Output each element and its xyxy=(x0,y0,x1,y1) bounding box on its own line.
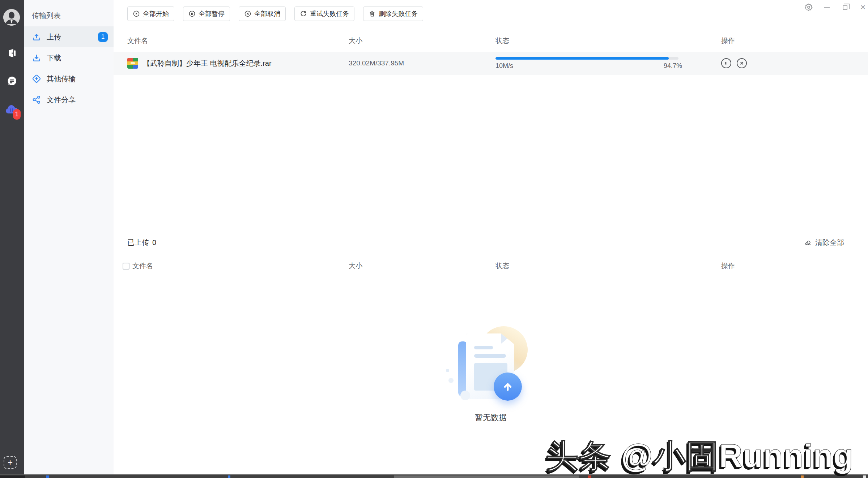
column-header-actions: 操作 xyxy=(721,36,868,46)
play-circle-icon xyxy=(133,10,140,17)
sidebar-item-upload[interactable]: 上传 1 xyxy=(24,26,114,47)
select-all-checkbox[interactable] xyxy=(123,263,129,270)
user-avatar[interactable] xyxy=(3,9,20,26)
upload-table-header: 文件名 大小 状态 操作 xyxy=(114,36,868,46)
pause-task-button[interactable] xyxy=(721,58,731,68)
close-x-icon xyxy=(740,61,744,65)
download-icon xyxy=(32,53,41,63)
row-actions xyxy=(721,58,868,68)
pause-circle-icon xyxy=(188,10,196,17)
other-transfer-icon xyxy=(32,74,41,83)
watermark-text: 头条 @小固Running xyxy=(546,434,854,478)
window-controls: × xyxy=(804,3,867,12)
sidebar-item-label: 文件分享 xyxy=(47,95,76,105)
progress-bar-fill xyxy=(495,57,669,60)
sidebar-item-label: 上传 xyxy=(47,32,61,42)
upload-table-row[interactable]: 【武聆自制】少年王 电视配乐全纪录.rar 320.02M/337.95M 10… xyxy=(114,52,868,75)
chat-icon[interactable] xyxy=(5,74,19,88)
file-name: 【武聆自制】少年王 电视配乐全纪录.rar xyxy=(143,59,272,68)
file-name-cell: 【武聆自制】少年王 电视配乐全纪录.rar xyxy=(127,58,349,69)
upload-arrow-icon xyxy=(494,373,522,401)
empty-state: 暂无数据 xyxy=(114,326,868,423)
file-size: 320.02M/337.95M xyxy=(349,59,495,67)
rar-file-icon xyxy=(127,58,138,69)
app-rail: 1 + xyxy=(0,0,24,474)
delete-failed-button[interactable]: 删除失败任务 xyxy=(363,7,423,21)
column-header-status: 状态 xyxy=(495,261,721,271)
progress-bar xyxy=(495,57,678,60)
door-icon[interactable] xyxy=(5,46,19,60)
file-status-cell: 10M/s 94.7% xyxy=(495,57,678,70)
retry-icon xyxy=(300,10,307,17)
cancel-circle-icon xyxy=(244,10,251,17)
sidebar-item-other-transfer[interactable]: 其他传输 xyxy=(24,68,114,89)
sidebar-item-label: 下载 xyxy=(47,53,61,63)
column-header-actions: 操作 xyxy=(721,261,868,271)
clear-all-button[interactable]: 清除全部 xyxy=(804,238,844,247)
column-header-size: 大小 xyxy=(349,36,495,46)
sidebar-item-download[interactable]: 下载 xyxy=(24,47,114,68)
column-header-filename: 文件名 xyxy=(132,261,153,271)
settings-gear-icon[interactable] xyxy=(804,3,813,12)
transfer-sidebar: 传输列表 上传 1 下载 其他传输 文件分 xyxy=(24,0,114,474)
upload-count-badge: 1 xyxy=(98,32,108,42)
column-header-status: 状态 xyxy=(495,36,721,46)
file-share-icon xyxy=(32,95,41,104)
upload-icon xyxy=(32,32,41,42)
minimize-button[interactable] xyxy=(822,3,831,12)
transfer-toolbar: 全部开始 全部暂停 全部取消 重试失败任务 xyxy=(127,7,423,21)
trash-icon xyxy=(369,10,376,17)
uploaded-table-header: 文件名 大小 状态 操作 xyxy=(114,261,868,271)
uploaded-section-bar: 已上传 0 清除全部 xyxy=(114,238,868,247)
cancel-all-button[interactable]: 全部取消 xyxy=(239,7,286,21)
upload-speed: 10M/s xyxy=(495,62,513,70)
sidebar-item-file-share[interactable]: 文件分享 xyxy=(24,89,114,110)
cloud-app-icon[interactable]: 1 xyxy=(5,104,22,121)
person-icon xyxy=(3,9,20,26)
cloud-notification-badge: 1 xyxy=(13,109,21,120)
close-button[interactable]: × xyxy=(859,3,867,12)
add-app-button[interactable]: + xyxy=(4,456,17,469)
uploaded-count: 0 xyxy=(152,238,156,247)
eraser-icon xyxy=(804,239,812,247)
empty-illustration xyxy=(451,326,531,403)
uploaded-label: 已上传 xyxy=(127,238,149,247)
sidebar-title: 传输列表 xyxy=(24,0,114,26)
column-header-size: 大小 xyxy=(349,261,495,271)
upload-percent: 94.7% xyxy=(664,62,682,70)
cancel-task-button[interactable] xyxy=(737,58,747,68)
pause-all-button[interactable]: 全部暂停 xyxy=(183,7,230,21)
sidebar-item-label: 其他传输 xyxy=(47,74,76,84)
main-content: × 全部开始 全部暂停 全部取消 xyxy=(114,0,868,474)
column-header-filename: 文件名 xyxy=(127,36,349,46)
retry-failed-button[interactable]: 重试失败任务 xyxy=(294,7,354,21)
empty-state-text: 暂无数据 xyxy=(475,412,507,423)
start-all-button[interactable]: 全部开始 xyxy=(127,7,174,21)
pause-icon xyxy=(724,61,728,65)
transfer-window: 1 + 传输列表 上传 1 下载 其他传输 xyxy=(0,0,868,478)
restore-button[interactable] xyxy=(841,3,849,12)
